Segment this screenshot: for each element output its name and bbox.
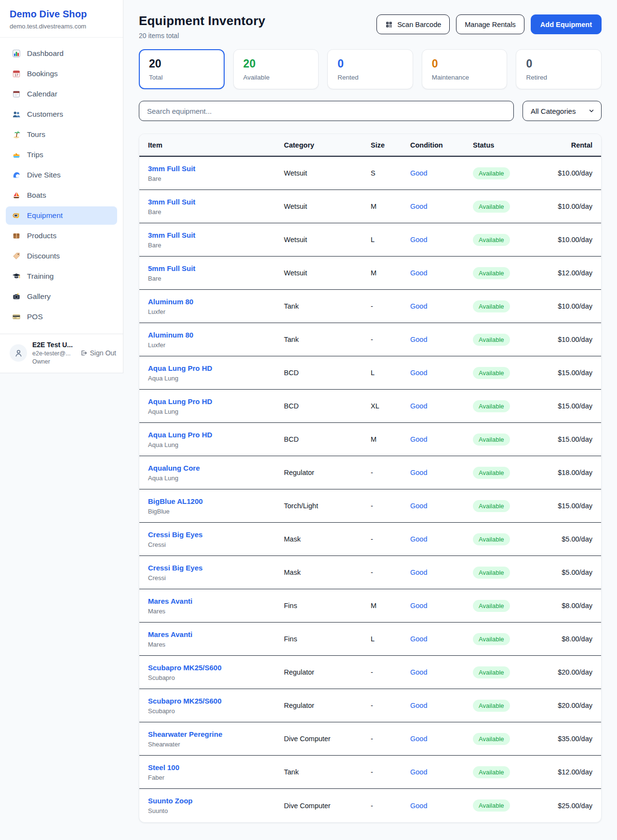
sidebar-item-training[interactable]: Training	[6, 267, 117, 285]
equipment-name-link[interactable]: Aqua Lung Pro HD	[148, 364, 284, 372]
item-cell: BigBlue AL1200 BigBlue	[148, 497, 284, 515]
graduation-cap-icon	[12, 272, 21, 281]
condition-link[interactable]: Good	[410, 735, 473, 743]
stat-card[interactable]: 20 Available	[233, 49, 319, 89]
category-select[interactable]: All Categories	[523, 101, 602, 121]
status-badge: Available	[473, 600, 510, 612]
equipment-name-link[interactable]: Suunto Zoop	[148, 797, 284, 805]
item-cell: Aluminum 80 Luxfer	[148, 331, 284, 349]
condition-link[interactable]: Good	[410, 535, 473, 543]
equipment-name-link[interactable]: Mares Avanti	[148, 597, 284, 605]
condition-link[interactable]: Good	[410, 269, 473, 277]
status-badge: Available	[473, 733, 510, 745]
sign-out-button[interactable]: Sign Out	[80, 349, 116, 357]
sidebar-item-equipment[interactable]: Equipment	[6, 206, 117, 225]
table-row: Suunto Zoop Suunto Dive Computer - Good …	[139, 789, 601, 822]
equipment-name-link[interactable]: BigBlue AL1200	[148, 497, 284, 505]
stat-card[interactable]: 0 Maintenance	[422, 49, 508, 89]
sidebar-item-boats[interactable]: Boats	[6, 186, 117, 204]
equipment-name-link[interactable]: Cressi Big Eyes	[148, 564, 284, 572]
sidebar-item-calendar[interactable]: Calendar	[6, 85, 117, 103]
shop-name[interactable]: Demo Dive Shop	[10, 9, 113, 20]
equipment-name-link[interactable]: Scubapro MK25/S600	[148, 664, 284, 672]
sidebar-item-dashboard[interactable]: Dashboard	[6, 44, 117, 63]
condition-link[interactable]: Good	[410, 602, 473, 610]
status-badge: Available	[473, 766, 510, 778]
condition-link[interactable]: Good	[410, 469, 473, 476]
equipment-name-link[interactable]: 5mm Full Suit	[148, 264, 284, 272]
status-badge: Available	[473, 467, 510, 479]
search-input[interactable]	[139, 101, 514, 121]
rental-cell: $10.00/day	[558, 336, 592, 343]
condition-link[interactable]: Good	[410, 702, 473, 709]
table-body: 3mm Full Suit Bare Wetsuit S Good Availa…	[139, 157, 601, 822]
category-cell: Fins	[284, 602, 371, 610]
condition-link[interactable]: Good	[410, 236, 473, 244]
sidebar-item-trips[interactable]: Trips	[6, 146, 117, 164]
size-cell: M	[371, 435, 410, 443]
table-row: Aqualung Core Aqua Lung Regulator - Good…	[139, 456, 601, 489]
manage-rentals-button[interactable]: Manage Rentals	[456, 14, 524, 34]
equipment-name-link[interactable]: Aluminum 80	[148, 298, 284, 306]
item-cell: Mares Avanti Mares	[148, 597, 284, 615]
add-equipment-button[interactable]: Add Equipment	[531, 14, 602, 34]
condition-link[interactable]: Good	[410, 336, 473, 343]
rental-cell: $12.00/day	[558, 269, 592, 277]
equipment-name-link[interactable]: 3mm Full Suit	[148, 198, 284, 206]
table-row: Aluminum 80 Luxfer Tank - Good Available…	[139, 290, 601, 323]
equipment-name-link[interactable]: Aqualung Core	[148, 464, 284, 472]
condition-link[interactable]: Good	[410, 369, 473, 377]
sidebar-item-pos[interactable]: POS	[6, 308, 117, 326]
condition-link[interactable]: Good	[410, 635, 473, 643]
chevron-down-icon	[588, 108, 595, 114]
sidebar-item-dive-sites[interactable]: Dive Sites	[6, 166, 117, 184]
sidebar-item-bookings[interactable]: 17 Bookings	[6, 65, 117, 83]
condition-link[interactable]: Good	[410, 569, 473, 576]
brand-block: Demo Dive Shop demo.test.divestreams.com	[0, 0, 123, 38]
status-badge: Available	[473, 633, 510, 645]
condition-link[interactable]: Good	[410, 668, 473, 676]
scan-barcode-button[interactable]: Scan Barcode	[376, 14, 450, 34]
column-header-item: Item	[148, 141, 284, 149]
sidebar-item-tours[interactable]: Tours	[6, 125, 117, 144]
stat-card[interactable]: 20 Total	[139, 49, 225, 89]
equipment-name-link[interactable]: Aluminum 80	[148, 331, 284, 339]
sidebar-item-products[interactable]: Products	[6, 227, 117, 245]
status-cell: Available	[473, 766, 558, 778]
condition-link[interactable]: Good	[410, 402, 473, 410]
stat-value: 0	[432, 57, 497, 70]
rental-cell: $12.00/day	[558, 768, 592, 776]
equipment-name-link[interactable]: 3mm Full Suit	[148, 164, 284, 173]
table-row: Cressi Big Eyes Cressi Mask - Good Avail…	[139, 556, 601, 589]
rental-cell: $15.00/day	[558, 402, 592, 410]
speedboat-icon	[12, 150, 21, 159]
sidebar-item-customers[interactable]: Customers	[6, 105, 117, 123]
category-cell: Torch/Light	[284, 502, 371, 510]
sidebar-item-label: Gallery	[27, 292, 51, 301]
equipment-name-link[interactable]: Aqua Lung Pro HD	[148, 431, 284, 439]
equipment-name-link[interactable]: Scubapro MK25/S600	[148, 697, 284, 705]
condition-link[interactable]: Good	[410, 768, 473, 776]
stat-card[interactable]: 0 Retired	[516, 49, 602, 89]
condition-link[interactable]: Good	[410, 169, 473, 177]
condition-link[interactable]: Good	[410, 203, 473, 210]
equipment-name-link[interactable]: Cressi Big Eyes	[148, 530, 284, 539]
equipment-name-link[interactable]: Shearwater Peregrine	[148, 730, 284, 738]
sidebar-item-gallery[interactable]: Gallery	[6, 287, 117, 306]
equipment-name-link[interactable]: Mares Avanti	[148, 630, 284, 638]
stat-label: Retired	[526, 74, 591, 81]
condition-link[interactable]: Good	[410, 802, 473, 810]
equipment-name-link[interactable]: Aqua Lung Pro HD	[148, 397, 284, 406]
category-cell: Wetsuit	[284, 269, 371, 277]
sidebar-item-label: Trips	[27, 150, 43, 159]
equipment-name-link[interactable]: Steel 100	[148, 763, 284, 772]
condition-link[interactable]: Good	[410, 502, 473, 510]
sidebar-item-label: Dashboard	[27, 49, 64, 58]
item-cell: 3mm Full Suit Bare	[148, 164, 284, 182]
sidebar-item-discounts[interactable]: Discounts	[6, 247, 117, 265]
status-badge: Available	[473, 234, 510, 246]
equipment-name-link[interactable]: 3mm Full Suit	[148, 231, 284, 239]
stat-card[interactable]: 0 Rented	[327, 49, 413, 89]
condition-link[interactable]: Good	[410, 435, 473, 443]
condition-link[interactable]: Good	[410, 302, 473, 310]
